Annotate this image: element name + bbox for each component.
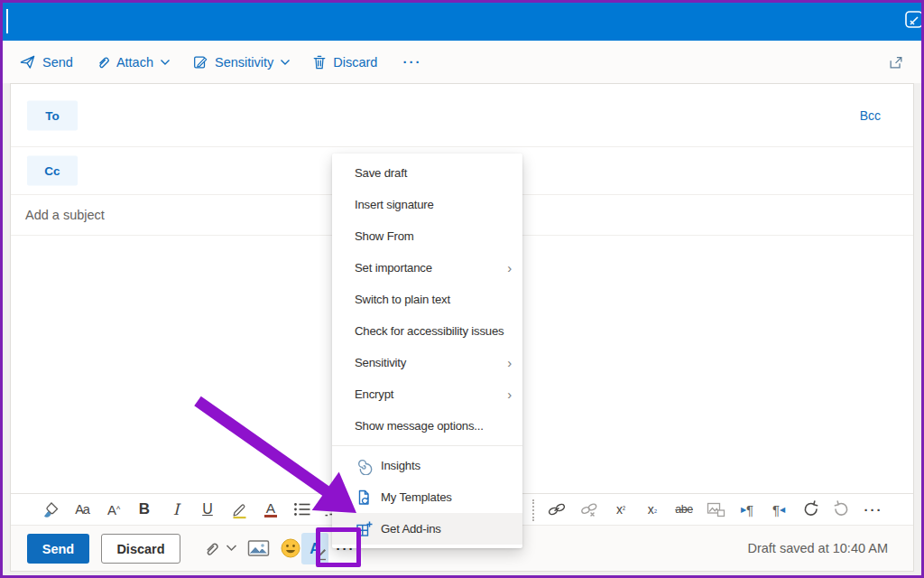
submenu-chevron-icon: › (507, 260, 512, 275)
menu-item-save-draft[interactable]: Save draft (332, 157, 522, 189)
popout-button[interactable] (887, 54, 905, 70)
chevron-down-icon (280, 59, 291, 66)
menu-item-show-message-options[interactable]: Show message options... (332, 410, 522, 442)
to-field-row[interactable]: To Bcc (11, 84, 913, 147)
format-painter-icon[interactable] (37, 497, 64, 522)
remove-link-button (576, 497, 603, 522)
ltr-paragraph-button[interactable]: ▶¶ (734, 497, 761, 522)
bullet-list-button[interactable] (289, 497, 316, 522)
trash-icon (312, 54, 327, 70)
discard-label: Discard (333, 55, 377, 70)
highlight-button[interactable] (226, 497, 253, 522)
submenu-chevron-icon: › (507, 387, 512, 402)
attach-file-button[interactable] (202, 539, 218, 558)
insights-icon (355, 457, 373, 475)
addins-icon (355, 520, 373, 538)
menu-divider (332, 445, 522, 446)
font-size-icon[interactable]: A^ (100, 497, 127, 522)
toolbar-handle (532, 499, 534, 521)
subject-placeholder: Add a subject (25, 208, 105, 222)
more-formatting-button[interactable]: ··· (860, 497, 887, 522)
menu-item-switch-plain-text[interactable]: Switch to plain text (332, 284, 522, 315)
menu-item-my-templates[interactable]: My Templates (332, 481, 522, 513)
font-color-button[interactable]: A (257, 497, 284, 522)
bold-button[interactable]: B (131, 497, 158, 522)
italic-button[interactable]: I (162, 497, 189, 522)
menu-item-sensitivity[interactable]: Sensitivity› (332, 347, 522, 378)
compose-toolbar: Send Attach Sensitivity Discard (3, 41, 921, 83)
menu-item-get-addins[interactable]: Get Add-ins (332, 513, 522, 545)
insert-image-button[interactable] (247, 539, 270, 557)
submenu-chevron-icon: › (507, 355, 512, 370)
attach-chevron-icon[interactable] (226, 545, 237, 553)
superscript-button[interactable]: x² (607, 497, 634, 522)
more-options-button-top[interactable]: ··· (402, 54, 421, 70)
strikethrough-button[interactable]: abe (670, 497, 698, 522)
chevron-down-icon (160, 59, 171, 66)
change-picture-button (702, 497, 729, 522)
insert-link-button[interactable] (543, 497, 570, 522)
send-icon (19, 53, 36, 70)
sensitivity-icon (192, 54, 208, 70)
menu-item-set-importance[interactable]: Set importance› (332, 252, 522, 284)
menu-item-show-from[interactable]: Show From (332, 220, 522, 252)
emoji-button[interactable] (280, 537, 301, 559)
title-bar (3, 3, 921, 41)
discard-button-top[interactable]: Discard (312, 54, 377, 70)
underline-button[interactable]: U (194, 497, 221, 522)
outlook-compose-window: Send Attach Sensitivity Discard (0, 0, 924, 578)
attach-label: Attach (116, 55, 153, 70)
text-cursor (6, 9, 8, 33)
attach-button[interactable]: Attach (95, 53, 171, 70)
to-button[interactable]: To (27, 100, 78, 130)
cc-button[interactable]: Cc (27, 156, 78, 186)
paperclip-icon (95, 53, 110, 70)
sensitivity-label: Sensitivity (215, 55, 273, 70)
sensitivity-button[interactable]: Sensitivity (192, 54, 291, 70)
rtl-paragraph-button[interactable]: ¶◀ (765, 497, 792, 522)
discard-button[interactable]: Discard (101, 534, 180, 564)
menu-item-insights[interactable]: Insights (332, 450, 522, 481)
templates-icon (355, 489, 373, 507)
pen-icon (317, 548, 327, 561)
send-button[interactable]: Send (27, 534, 89, 564)
window-corner-icon[interactable] (904, 9, 924, 33)
subscript-button[interactable]: x₂ (639, 497, 666, 522)
font-icon[interactable]: Aa (69, 497, 96, 522)
send-button-top[interactable]: Send (19, 53, 73, 70)
undo-button[interactable] (797, 497, 824, 522)
bcc-button[interactable]: Bcc (860, 108, 881, 123)
draft-saved-status: Draft saved at 10:40 AM (747, 541, 888, 555)
menu-item-encrypt[interactable]: Encrypt› (332, 378, 522, 410)
send-label: Send (42, 55, 73, 70)
show-formatting-toggle[interactable]: A (301, 533, 328, 564)
menu-item-check-accessibility[interactable]: Check for accessibility issues (332, 315, 522, 347)
redo-button (828, 497, 855, 522)
menu-item-insert-signature[interactable]: Insert signature (332, 189, 522, 220)
overflow-menu: Save draft Insert signature Show From Se… (332, 154, 522, 548)
